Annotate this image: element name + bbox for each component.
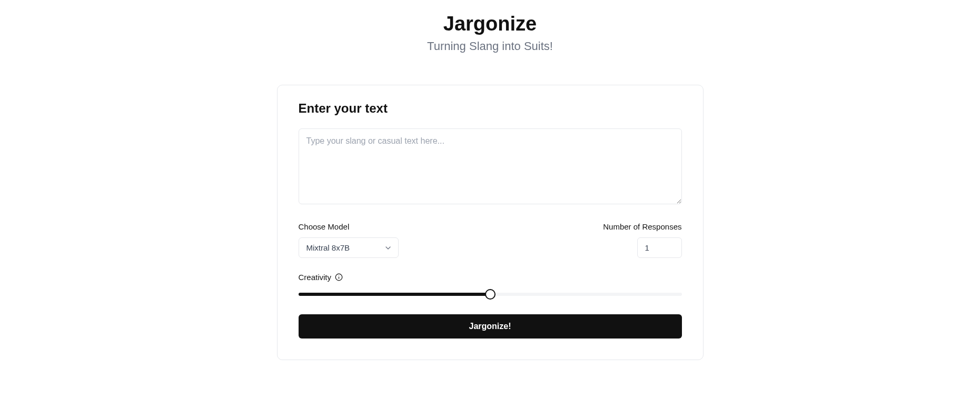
- responses-group: Number of Responses: [603, 222, 681, 258]
- submit-button[interactable]: Jargonize!: [299, 314, 682, 339]
- creativity-label: Creativity: [299, 273, 682, 282]
- app-subtitle: Turning Slang into Suits!: [0, 39, 980, 53]
- responses-input[interactable]: [637, 237, 682, 258]
- model-label: Choose Model: [299, 222, 399, 231]
- slider-fill: [299, 293, 490, 296]
- slider-thumb[interactable]: [485, 289, 496, 300]
- model-group: Choose Model Mixtral 8x7B: [299, 222, 399, 258]
- creativity-slider[interactable]: [299, 289, 682, 300]
- creativity-group: Creativity: [299, 273, 682, 300]
- responses-label: Number of Responses: [603, 222, 681, 231]
- section-title: Enter your text: [299, 101, 682, 116]
- text-input[interactable]: [299, 128, 682, 204]
- app-container: Jargonize Turning Slang into Suits! Ente…: [0, 0, 980, 360]
- creativity-label-text: Creativity: [299, 273, 332, 282]
- header: Jargonize Turning Slang into Suits!: [0, 13, 980, 53]
- main-card: Enter your text Choose Model Mixtral 8x7…: [277, 85, 704, 360]
- info-icon[interactable]: [334, 273, 343, 282]
- model-select[interactable]: Mixtral 8x7B: [299, 237, 399, 258]
- app-title: Jargonize: [0, 13, 980, 35]
- controls-row: Choose Model Mixtral 8x7B Number of Resp…: [299, 222, 682, 258]
- model-select-wrapper: Mixtral 8x7B: [299, 237, 399, 258]
